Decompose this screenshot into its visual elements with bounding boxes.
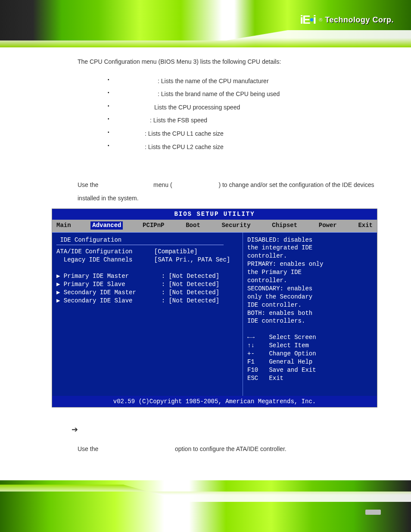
list-item: : Lists the FSB speed: [108, 115, 394, 126]
logo-text: iE: [300, 13, 309, 26]
logo-mark: iE•i: [300, 13, 315, 27]
ide-config-paragraph: Use the menu ( ) to change and/or set th…: [78, 178, 394, 205]
logo-text: i: [313, 13, 315, 26]
arrow-right-icon: ➔: [72, 422, 78, 437]
list-item: : Lists the brand name of the CPU being …: [108, 88, 394, 100]
option-paragraph: Use the option to configure the ATA/IDE …: [78, 443, 394, 455]
bios-left-pane: IDE ConfigurationATA/IDE Configuration […: [52, 233, 243, 396]
bios-titlebar: BIOS SETUP UTILITY: [52, 209, 377, 220]
text: ) to change and/or set the configuration…: [78, 181, 374, 202]
bios-menu-tab[interactable]: Boot: [184, 221, 202, 230]
bios-menu-tab[interactable]: Chipset: [270, 221, 299, 230]
bios-menu-tab[interactable]: Advanced: [90, 221, 123, 230]
bios-body: IDE ConfigurationATA/IDE Configuration […: [52, 232, 377, 396]
option-arrow-row: ➔: [72, 422, 394, 437]
bios-settings-block: ATA/IDE Configuration [Compatible] Legac…: [56, 248, 238, 305]
list-item: Lists the CPU processing speed: [108, 102, 394, 113]
bios-window: BIOS SETUP UTILITY MainAdvancedPCIPnPBoo…: [52, 208, 377, 408]
list-item: : Lists the CPU L1 cache size: [108, 128, 394, 140]
bios-help-text: DISABLED: disables the integrated IDE co…: [247, 236, 373, 326]
bios-menubar: MainAdvancedPCIPnPBootSecurityChipsetPow…: [52, 220, 377, 232]
document-content: The CPU Configuration menu (BIOS Menu 3)…: [78, 56, 394, 454]
bios-screenshot-figure: BIOS SETUP UTILITY MainAdvancedPCIPnPBoo…: [52, 208, 377, 408]
list-text: Lists the CPU processing speed: [154, 104, 240, 111]
text: option to configure the ATA/IDE controll…: [175, 445, 286, 452]
brand-logo: iE•i ® Technology Corp.: [300, 13, 394, 27]
list-item: : Lists the name of the CPU manufacturer: [108, 75, 394, 87]
list-text: : Lists the brand name of the CPU being …: [158, 90, 280, 97]
logo-company-text: Technology Corp.: [325, 16, 394, 25]
cpu-details-list: : Lists the name of the CPU manufacturer…: [108, 75, 394, 153]
bios-help-pane: DISABLED: disables the integrated IDE co…: [243, 233, 377, 396]
bios-menu-tab[interactable]: Power: [317, 221, 339, 230]
page-number: [365, 510, 381, 515]
list-text: : Lists the CPU L1 cache size: [145, 130, 224, 137]
bios-footer: v02.59 (C)Copyright 1985-2005, American …: [52, 396, 377, 408]
registered-icon: ®: [319, 17, 322, 22]
bios-menu-tab[interactable]: Main: [55, 221, 73, 230]
text: menu (: [153, 181, 172, 188]
bios-menu-tab[interactable]: Security: [220, 221, 252, 230]
list-text: : Lists the FSB speed: [150, 117, 207, 124]
list-text: : Lists the name of the CPU manufacturer: [158, 78, 269, 84]
text: Use the: [78, 445, 100, 452]
list-text: : Lists the CPU L2 cache size: [145, 143, 224, 150]
bios-nav-help: ←→ Select Screen ↑↓ Select Item +- Chang…: [247, 333, 373, 382]
intro-paragraph: The CPU Configuration menu (BIOS Menu 3)…: [78, 56, 394, 68]
text: Use the: [78, 181, 100, 188]
decorative-banner-bottom: [0, 480, 411, 532]
bios-menu-tab[interactable]: PCIPnP: [141, 221, 166, 230]
bios-menu-tab[interactable]: Exit: [356, 221, 374, 230]
list-item: : Lists the CPU L2 cache size: [108, 141, 394, 153]
